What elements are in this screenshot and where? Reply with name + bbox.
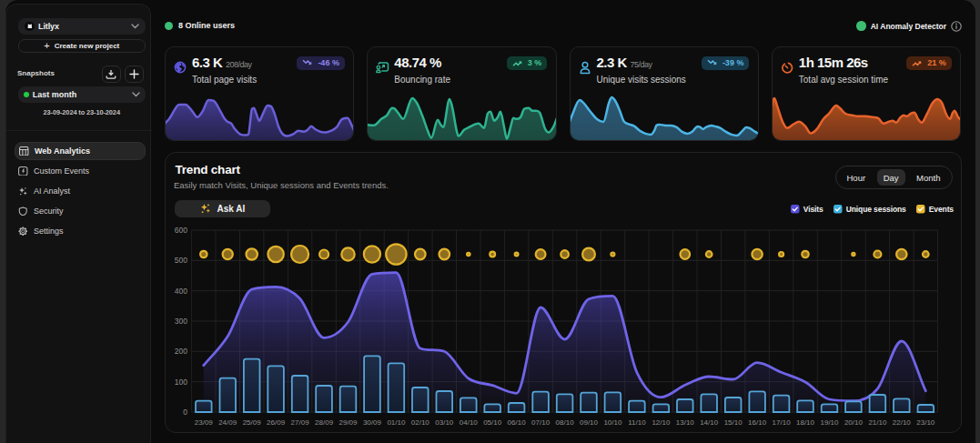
svg-text:15/10: 15/10 xyxy=(723,418,743,427)
svg-text:18/10: 18/10 xyxy=(795,418,814,427)
svg-text:21/10: 21/10 xyxy=(868,418,887,427)
svg-text:23/10: 23/10 xyxy=(916,418,935,427)
svg-text:28/09: 28/09 xyxy=(315,418,334,427)
svg-text:400: 400 xyxy=(174,287,187,296)
svg-text:01/10: 01/10 xyxy=(387,418,406,427)
svg-text:600: 600 xyxy=(174,226,187,235)
svg-text:27/09: 27/09 xyxy=(290,418,309,427)
svg-text:08/10: 08/10 xyxy=(555,418,574,427)
svg-text:07/10: 07/10 xyxy=(531,418,551,427)
svg-text:09/10: 09/10 xyxy=(579,418,598,427)
svg-text:02/10: 02/10 xyxy=(410,418,429,427)
svg-text:0: 0 xyxy=(183,408,187,417)
svg-text:100: 100 xyxy=(174,378,187,387)
svg-text:11/10: 11/10 xyxy=(628,418,646,427)
svg-text:04/10: 04/10 xyxy=(459,418,478,427)
svg-text:14/10: 14/10 xyxy=(700,418,719,427)
svg-text:24/09: 24/09 xyxy=(218,418,237,427)
svg-text:30/09: 30/09 xyxy=(362,418,381,427)
svg-text:13/10: 13/10 xyxy=(675,418,694,427)
svg-text:03/10: 03/10 xyxy=(435,418,454,427)
svg-text:19/10: 19/10 xyxy=(820,418,839,427)
svg-text:26/09: 26/09 xyxy=(267,418,286,427)
svg-text:16/10: 16/10 xyxy=(748,418,767,427)
svg-text:23/09: 23/09 xyxy=(194,418,213,427)
svg-text:29/09: 29/09 xyxy=(338,418,358,427)
svg-text:25/09: 25/09 xyxy=(242,418,261,427)
svg-text:12/10: 12/10 xyxy=(652,418,671,427)
svg-text:20/10: 20/10 xyxy=(844,418,863,427)
svg-text:200: 200 xyxy=(174,347,187,356)
svg-text:22/10: 22/10 xyxy=(892,418,911,427)
svg-text:06/10: 06/10 xyxy=(507,418,526,427)
svg-text:17/10: 17/10 xyxy=(772,418,791,427)
svg-text:300: 300 xyxy=(174,317,187,326)
svg-text:05/10: 05/10 xyxy=(483,418,502,427)
svg-text:10/10: 10/10 xyxy=(603,418,622,427)
svg-text:500: 500 xyxy=(174,256,187,265)
